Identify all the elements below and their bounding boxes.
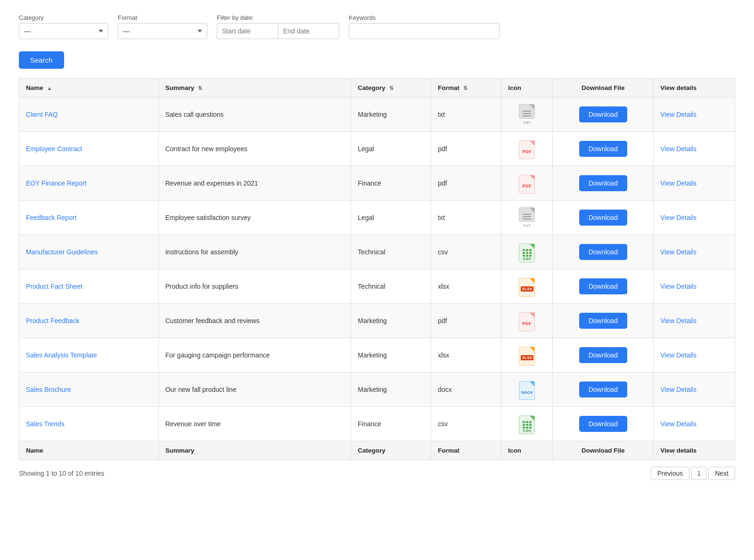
cell-category: Marketing — [351, 97, 431, 132]
cell-icon: PDF — [501, 304, 553, 338]
view-details-link[interactable]: View Details — [660, 179, 697, 187]
name-link[interactable]: Product Fact Sheet — [26, 283, 82, 290]
cell-view-details: View Details — [654, 132, 735, 166]
cell-download: Download — [553, 338, 654, 373]
filters-section: Category — Marketing Legal Finance Techn… — [19, 14, 735, 39]
table-row: Sales Trends Revenue over time Finance c… — [19, 407, 735, 441]
view-details-link[interactable]: View Details — [660, 145, 697, 153]
foot-name: Name — [19, 441, 159, 460]
download-button[interactable]: Download — [579, 141, 627, 157]
foot-details: View details — [654, 441, 735, 460]
download-button[interactable]: Download — [579, 347, 627, 363]
category-select[interactable]: — Marketing Legal Finance Technical — [19, 23, 108, 39]
cell-icon: CSV — [501, 407, 553, 441]
view-details-link[interactable]: View Details — [660, 351, 697, 359]
cell-summary: For gauging campaign performance — [158, 338, 351, 373]
view-details-link[interactable]: View Details — [660, 386, 697, 393]
cell-icon: PDF — [501, 132, 553, 166]
cell-format: txt — [431, 201, 501, 235]
end-date-input[interactable] — [278, 23, 339, 39]
cell-category: Marketing — [351, 304, 431, 338]
cell-download: Download — [553, 304, 654, 338]
prev-button[interactable]: Previous — [651, 467, 689, 480]
download-button[interactable]: Download — [579, 210, 627, 226]
format-select[interactable]: — txt pdf csv xlsx docx — [118, 23, 207, 39]
search-button[interactable]: Search — [19, 51, 64, 69]
keywords-input[interactable] — [349, 23, 500, 39]
view-details-link[interactable]: View Details — [660, 248, 697, 256]
cell-download: Download — [553, 235, 654, 269]
sort-icon-name: ▲ — [47, 85, 52, 91]
cell-view-details: View Details — [654, 373, 735, 407]
foot-format: Format — [431, 441, 501, 460]
cell-category: Marketing — [351, 373, 431, 407]
download-button[interactable]: Download — [579, 416, 627, 432]
sort-icon-summary: ⇅ — [198, 85, 202, 91]
table-row: Client FAQ Sales call questions Marketin… — [19, 97, 735, 132]
view-details-link[interactable]: View Details — [660, 111, 697, 118]
sort-icon-category: ⇅ — [389, 85, 393, 91]
format-label: Format — [118, 14, 207, 21]
keywords-label: Keywords — [349, 14, 500, 21]
name-link[interactable]: Product Feedback — [26, 317, 80, 325]
table-row: EOY Finance Report Revenue and expenses … — [19, 166, 735, 201]
cell-category: Legal — [351, 201, 431, 235]
cell-category: Finance — [351, 166, 431, 201]
download-button[interactable]: Download — [579, 106, 627, 122]
cell-format: xlsx — [431, 338, 501, 373]
cell-format: xlsx — [431, 269, 501, 304]
col-details: View details — [654, 79, 735, 97]
view-details-link[interactable]: View Details — [660, 283, 697, 290]
name-link[interactable]: Client FAQ — [26, 111, 58, 118]
main-table: Name ▲ Summary ⇅ Category ⇅ Format ⇅ Ico… — [19, 78, 735, 460]
cell-format: pdf — [431, 166, 501, 201]
cell-summary: Sales call questions — [158, 97, 351, 132]
cell-icon: XLS5 — [501, 269, 553, 304]
download-button[interactable]: Download — [579, 175, 627, 191]
name-link[interactable]: EOY Finance Report — [26, 179, 87, 187]
col-summary[interactable]: Summary ⇅ — [158, 79, 351, 97]
download-button[interactable]: Download — [579, 278, 627, 294]
start-date-input[interactable] — [217, 23, 278, 39]
cell-download: Download — [553, 407, 654, 441]
name-link[interactable]: Feedback Report — [26, 214, 76, 221]
cell-format: pdf — [431, 304, 501, 338]
col-format[interactable]: Format ⇅ — [431, 79, 501, 97]
col-name[interactable]: Name ▲ — [19, 79, 159, 97]
showing-text: Showing 1 to 10 of 10 entries — [19, 470, 104, 477]
cell-view-details: View Details — [654, 166, 735, 201]
cell-format: csv — [431, 407, 501, 441]
cell-view-details: View Details — [654, 407, 735, 441]
cell-download: Download — [553, 97, 654, 132]
view-details-link[interactable]: View Details — [660, 317, 697, 325]
name-link[interactable]: Sales Brochure — [26, 386, 71, 393]
cell-icon: TXT — [501, 201, 553, 235]
download-button[interactable]: Download — [579, 313, 627, 329]
download-button[interactable]: Download — [579, 381, 627, 398]
pagination-bar: Showing 1 to 10 of 10 entries Previous 1… — [19, 467, 735, 480]
cell-category: Technical — [351, 269, 431, 304]
cell-download: Download — [553, 373, 654, 407]
cell-summary: Contract for new employees — [158, 132, 351, 166]
name-link[interactable]: Employee Contract — [26, 145, 82, 153]
cell-view-details: View Details — [654, 235, 735, 269]
name-link[interactable]: Sales Analysis Template — [26, 351, 97, 359]
cell-view-details: View Details — [654, 201, 735, 235]
col-category[interactable]: Category ⇅ — [351, 79, 431, 97]
cell-name: Sales Brochure — [19, 373, 159, 407]
current-page[interactable]: 1 — [691, 467, 706, 480]
cell-name: Sales Trends — [19, 407, 159, 441]
cell-category: Legal — [351, 132, 431, 166]
name-link[interactable]: Manufacturer Guidelines — [26, 248, 98, 256]
table-row: Employee Contract Contract for new emplo… — [19, 132, 735, 166]
next-button[interactable]: Next — [708, 467, 735, 480]
view-details-link[interactable]: View Details — [660, 214, 697, 221]
download-button[interactable]: Download — [579, 244, 627, 260]
table-row: Sales Brochure Our new fall product line… — [19, 373, 735, 407]
view-details-link[interactable]: View Details — [660, 420, 697, 428]
cell-view-details: View Details — [654, 97, 735, 132]
date-label: Filter by date: — [217, 14, 339, 21]
foot-download: Download File — [553, 441, 654, 460]
name-link[interactable]: Sales Trends — [26, 420, 65, 428]
date-filter-group: Filter by date: — [217, 14, 339, 39]
